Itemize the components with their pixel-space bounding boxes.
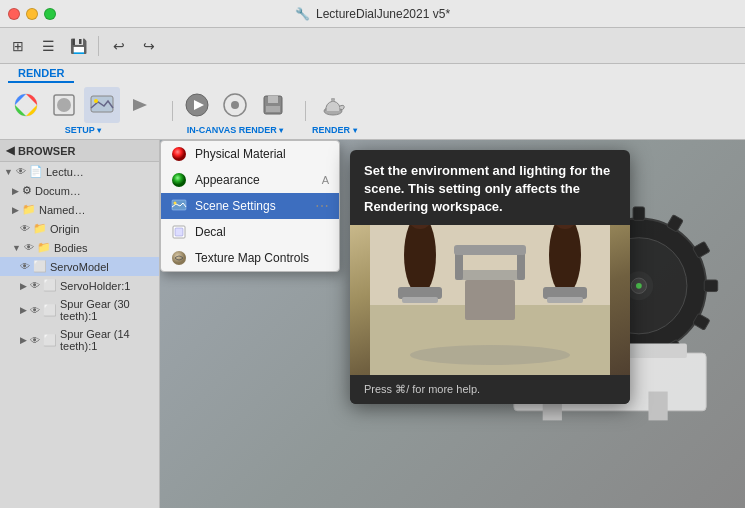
physical-material-label: Physical Material bbox=[195, 147, 286, 161]
window-controls bbox=[8, 8, 56, 20]
svg-rect-19 bbox=[633, 207, 645, 220]
expand-arrow-named: ▶ bbox=[12, 205, 19, 215]
doc-icon: 📄 bbox=[29, 165, 43, 178]
servo-model-label: ServoModel bbox=[50, 261, 109, 273]
window-title: 🔧 LectureDialJune2021 v5* bbox=[295, 7, 450, 21]
svg-point-37 bbox=[172, 147, 186, 161]
teapot-btn[interactable] bbox=[316, 87, 352, 123]
appearance-icon bbox=[171, 172, 187, 188]
help-footer: Press ⌘/ for more help. bbox=[350, 375, 630, 404]
eye-icon-origin[interactable]: 👁 bbox=[20, 223, 30, 234]
teapot-icon bbox=[320, 91, 348, 119]
render-section-icons bbox=[316, 87, 352, 123]
menu-item-appearance[interactable]: Appearance A bbox=[161, 167, 339, 193]
scene-settings-icon-btn[interactable] bbox=[84, 87, 120, 123]
render-arrow-label: ▾ bbox=[353, 126, 357, 135]
sidebar-item-spur-gear-30[interactable]: ▶ 👁 ⬜ Spur Gear (30 teeth):1 bbox=[0, 295, 159, 325]
svg-rect-42 bbox=[175, 228, 183, 236]
minimize-button[interactable] bbox=[26, 8, 38, 20]
scene-settings-more[interactable]: ⋯ bbox=[315, 198, 329, 214]
svg-rect-22 bbox=[704, 280, 717, 292]
maximize-button[interactable] bbox=[44, 8, 56, 20]
close-button[interactable] bbox=[8, 8, 20, 20]
body-icon-servo: ⬜ bbox=[33, 260, 47, 273]
svg-point-32 bbox=[636, 283, 642, 289]
folder-icon-named: 📁 bbox=[22, 203, 36, 216]
svg-rect-15 bbox=[331, 98, 335, 101]
expand-arrow-gear14: ▶ bbox=[20, 335, 27, 345]
grid-button[interactable]: ⊞ bbox=[4, 32, 32, 60]
sidebar: ◀ BROWSER ▼ 👁 📄 Lectu… ▶ ⚙ Docum… ▶ 📁 Na… bbox=[0, 140, 160, 508]
settings-circle-icon bbox=[221, 91, 249, 119]
sidebar-item-bodies[interactable]: ▼ 👁 📁 Bodies bbox=[0, 238, 159, 257]
menu-item-scene-settings[interactable]: Scene Settings ⋯ bbox=[161, 193, 339, 219]
svg-rect-13 bbox=[266, 106, 280, 112]
titlebar: 🔧 LectureDialJune2021 v5* bbox=[0, 0, 745, 28]
eye-icon-holder[interactable]: 👁 bbox=[30, 280, 40, 291]
sidebar-collapse-icon[interactable]: ◀ bbox=[6, 144, 14, 157]
svg-rect-52 bbox=[465, 280, 515, 320]
browser-items: ▼ 👁 📄 Lectu… ▶ ⚙ Docum… ▶ 📁 Named… 👁 📁 bbox=[0, 162, 159, 508]
save-button[interactable]: 💾 bbox=[64, 32, 92, 60]
setup-label: SETUP ▾ bbox=[65, 125, 101, 135]
sidebar-item-origin[interactable]: 👁 📁 Origin bbox=[0, 219, 159, 238]
undo-button[interactable]: ↩ bbox=[105, 32, 133, 60]
svg-marker-6 bbox=[133, 99, 147, 111]
help-tooltip-card: Set the environment and lighting for the… bbox=[350, 150, 630, 404]
sidebar-item-spur-gear-14[interactable]: ▶ 👁 ⬜ Spur Gear (14 teeth):1 bbox=[0, 325, 159, 355]
menu-item-texture-map[interactable]: Texture Map Controls bbox=[161, 245, 339, 271]
setup-arrow: ▾ bbox=[97, 126, 101, 135]
help-image bbox=[350, 225, 630, 375]
named-label: Named… bbox=[39, 204, 85, 216]
save-disk-icon bbox=[259, 91, 287, 119]
menu-item-decal[interactable]: Decal bbox=[161, 219, 339, 245]
physical-material-icon-btn[interactable] bbox=[8, 87, 44, 123]
svg-rect-50 bbox=[402, 297, 438, 303]
eye-icon-gear30[interactable]: 👁 bbox=[30, 305, 40, 316]
setup-icons bbox=[8, 87, 158, 123]
in-canvas-play-btn[interactable] bbox=[179, 87, 215, 123]
body-icon-gear30: ⬜ bbox=[43, 304, 57, 317]
svg-point-5 bbox=[94, 99, 98, 103]
svg-point-43 bbox=[172, 251, 186, 265]
sidebar-item-servo-model[interactable]: 👁 ⬜ ServoModel bbox=[0, 257, 159, 276]
arrow-icon bbox=[129, 94, 151, 116]
redo-button[interactable]: ↪ bbox=[135, 32, 163, 60]
render-tabs-row: RENDER bbox=[0, 64, 745, 83]
gear-icon: ⚙ bbox=[22, 184, 32, 197]
body-icon-holder: ⬜ bbox=[43, 279, 57, 292]
menu-item-physical-material[interactable]: Physical Material bbox=[161, 141, 339, 167]
separator bbox=[98, 36, 99, 56]
svg-point-3 bbox=[57, 98, 71, 112]
sidebar-item-servo-holder[interactable]: ▶ 👁 ⬜ ServoHolder:1 bbox=[0, 276, 159, 295]
main-layout: ◀ BROWSER ▼ 👁 📄 Lectu… ▶ ⚙ Docum… ▶ 📁 Na… bbox=[0, 140, 745, 508]
eye-icon[interactable]: 👁 bbox=[16, 166, 26, 177]
svg-point-10 bbox=[231, 101, 239, 109]
expand-arrow-holder: ▶ bbox=[20, 281, 27, 291]
svg-point-38 bbox=[172, 173, 186, 187]
eye-icon-gear14[interactable]: 👁 bbox=[30, 335, 40, 346]
expand-arrow-gear30: ▶ bbox=[20, 305, 27, 315]
tab-render[interactable]: RENDER bbox=[8, 65, 74, 83]
eye-icon-bodies[interactable]: 👁 bbox=[24, 242, 34, 253]
sidebar-item-lecture[interactable]: ▼ 👁 📄 Lectu… bbox=[0, 162, 159, 181]
folder-icon-bodies: 📁 bbox=[37, 241, 51, 254]
sidebar-item-document[interactable]: ▶ ⚙ Docum… bbox=[0, 181, 159, 200]
appearance-icon-btn[interactable] bbox=[46, 87, 82, 123]
in-canvas-settings-btn[interactable] bbox=[217, 87, 253, 123]
sidebar-item-named[interactable]: ▶ 📁 Named… bbox=[0, 200, 159, 219]
physical-material-icon bbox=[171, 146, 187, 162]
render-arrow-icon-btn[interactable] bbox=[122, 87, 158, 123]
browser-header: ◀ BROWSER bbox=[0, 140, 159, 162]
in-canvas-save-btn[interactable] bbox=[255, 87, 291, 123]
in-canvas-icons bbox=[179, 87, 291, 123]
menu-button[interactable]: ☰ bbox=[34, 32, 62, 60]
decal-icon bbox=[171, 224, 187, 240]
spur-gear-14-label: Spur Gear (14 teeth):1 bbox=[60, 328, 155, 352]
canvas-icon bbox=[50, 91, 78, 119]
svg-point-61 bbox=[410, 345, 570, 365]
texture-map-icon bbox=[171, 250, 187, 266]
eye-icon-servo[interactable]: 👁 bbox=[20, 261, 30, 272]
svg-point-1 bbox=[21, 100, 31, 110]
scene-settings-label: Scene Settings bbox=[195, 199, 276, 213]
